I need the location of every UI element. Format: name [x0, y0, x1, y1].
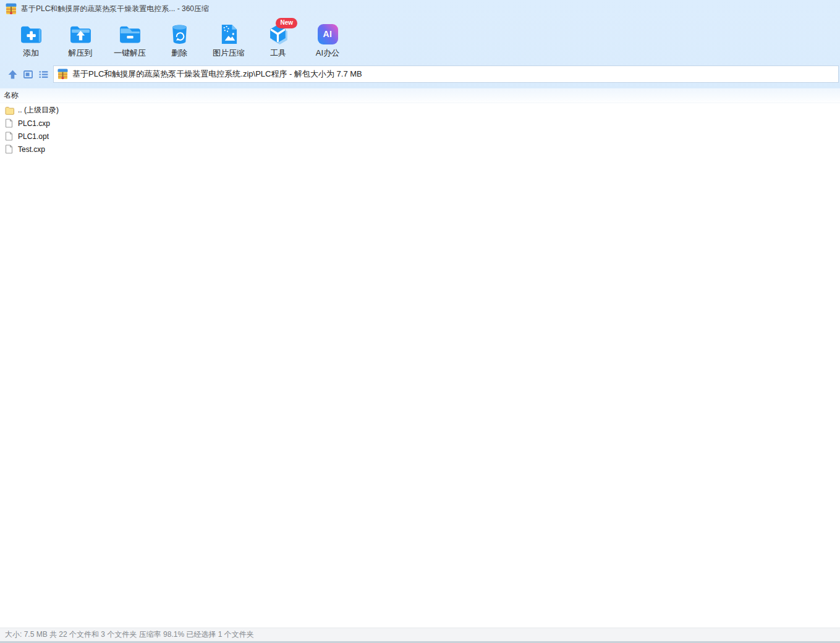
address-bar: 基于PLC和触摸屏的蔬菜热泵干燥装置电控系统.zip\PLC程序 - 解包大小为… — [0, 64, 840, 85]
file-icon — [5, 132, 13, 141]
delete-icon — [170, 23, 189, 44]
add-button[interactable]: 添加 — [6, 19, 56, 62]
column-header-name[interactable]: 名称 — [0, 88, 840, 103]
list-item-name: PLC1.opt — [18, 132, 49, 141]
up-arrow-icon[interactable] — [7, 69, 18, 80]
list-item-file[interactable]: PLC1.cxp — [0, 117, 840, 130]
file-icon — [5, 145, 13, 154]
list-item-name: Test.cxp — [18, 145, 45, 154]
window-title: 基于PLC和触摸屏的蔬菜热泵干燥装置电控系... - 360压缩 — [21, 4, 209, 14]
list-item-parent-dir[interactable]: .. (上级目录) — [0, 104, 840, 117]
address-field[interactable]: 基于PLC和触摸屏的蔬菜热泵干燥装置电控系统.zip\PLC程序 - 解包大小为… — [53, 65, 839, 83]
add-folder-icon — [20, 24, 43, 44]
file-rows: .. (上级目录) PLC1.cxp PLC1.opt — [0, 103, 840, 156]
ai-office-label: AI办公 — [316, 48, 339, 59]
file-list-panel: 名称 .. (上级目录) PLC1.cxp — [0, 88, 840, 628]
archive-file-icon — [57, 69, 68, 80]
extract-to-icon — [69, 24, 92, 44]
add-label: 添加 — [23, 48, 39, 59]
archive-file-icon — [6, 3, 17, 15]
one-click-extract-icon — [119, 24, 142, 44]
folder-icon — [5, 106, 14, 115]
delete-button[interactable]: 删除 — [155, 19, 204, 62]
one-click-extract-button[interactable]: 一键解压 — [105, 19, 155, 62]
main-toolbar: 添加 解压到 一键解压 — [6, 19, 352, 63]
ai-office-icon: AI — [318, 24, 338, 44]
extract-to-button[interactable]: 解压到 — [56, 19, 105, 62]
status-bar: 大小: 7.5 MB 共 22 个文件和 3 个文件夹 压缩率 98.1% 已经… — [0, 628, 840, 641]
address-path: 基于PLC和触摸屏的蔬菜热泵干燥装置电控系统.zip\PLC程序 - 解包大小为… — [72, 69, 362, 80]
image-compress-button[interactable]: 图片压缩 — [204, 19, 253, 62]
title-bar: 基于PLC和触摸屏的蔬菜热泵干燥装置电控系... - 360压缩 — [0, 0, 840, 17]
view-panel-icon[interactable] — [23, 69, 33, 80]
column-header-label: 名称 — [4, 90, 19, 101]
delete-label: 删除 — [171, 48, 187, 59]
ai-office-button[interactable]: AI AI办公 — [303, 19, 352, 62]
list-item-file[interactable]: Test.cxp — [0, 143, 840, 156]
new-badge: New — [276, 18, 297, 28]
file-icon — [5, 119, 13, 128]
list-item-file[interactable]: PLC1.opt — [0, 130, 840, 143]
list-item-name: .. (上级目录) — [18, 105, 59, 116]
tools-label: 工具 — [270, 48, 286, 59]
list-view-icon[interactable] — [38, 69, 49, 80]
status-text: 大小: 7.5 MB 共 22 个文件和 3 个文件夹 压缩率 98.1% 已经… — [5, 629, 254, 640]
image-compress-label: 图片压缩 — [213, 48, 245, 59]
one-click-extract-label: 一键解压 — [114, 48, 146, 59]
extract-to-label: 解压到 — [69, 48, 93, 59]
image-compress-icon — [219, 23, 239, 45]
app-window: 基于PLC和触摸屏的蔬菜热泵干燥装置电控系... - 360压缩 添加 解压到 — [0, 0, 840, 643]
tools-button[interactable]: New 工具 — [253, 19, 303, 62]
list-item-name: PLC1.cxp — [18, 119, 50, 128]
